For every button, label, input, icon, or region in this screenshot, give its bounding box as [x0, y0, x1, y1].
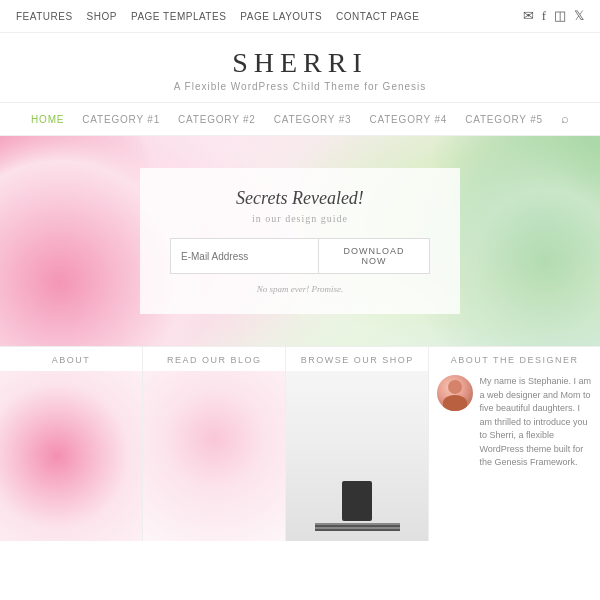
hero-section: Secrets Revealed! in our design guide DO…	[0, 136, 600, 346]
nav-home[interactable]: HOME	[31, 114, 64, 125]
bottom-section: ABOUT READ OUR BLOG BROWSE OUR SHOP ABOU…	[0, 346, 600, 541]
site-tagline: A Flexible WordPress Child Theme for Gen…	[0, 81, 600, 92]
nav-contact-page[interactable]: CONTACT PAGE	[336, 11, 419, 22]
nav-category-2[interactable]: CATEGORY #2	[178, 114, 256, 125]
nav-page-layouts[interactable]: PAGE LAYOUTS	[240, 11, 322, 22]
top-nav-links: FEATURES SHOP PAGE TEMPLATES PAGE LAYOUT…	[16, 11, 419, 22]
site-title: SHERRI	[0, 47, 600, 79]
search-icon[interactable]: ⌕	[561, 111, 569, 127]
about-card: ABOUT	[0, 347, 143, 541]
top-navigation: FEATURES SHOP PAGE TEMPLATES PAGE LAYOUT…	[0, 0, 600, 33]
shop-label: BROWSE OUR SHOP	[286, 347, 428, 371]
instagram-icon[interactable]: ◫	[554, 8, 566, 24]
about-image	[0, 371, 142, 541]
designer-avatar	[437, 375, 473, 411]
twitter-icon[interactable]: 𝕏	[574, 8, 584, 24]
designer-bio: My name is Stephanie. I am a web designe…	[479, 375, 592, 537]
shop-image	[286, 371, 428, 541]
nav-category-4[interactable]: CATEGORY #4	[369, 114, 447, 125]
shop-card: BROWSE OUR SHOP	[286, 347, 429, 541]
about-label: ABOUT	[0, 347, 142, 371]
designer-content: My name is Stephanie. I am a web designe…	[429, 371, 600, 541]
facebook-icon[interactable]: f	[542, 8, 546, 24]
nav-features[interactable]: FEATURES	[16, 11, 73, 22]
email-signup-form: DOWNLOAD NOW	[170, 238, 430, 274]
nav-page-templates[interactable]: PAGE TEMPLATES	[131, 11, 226, 22]
hero-title: Secrets Revealed!	[170, 188, 430, 209]
nav-category-5[interactable]: CATEGORY #5	[465, 114, 543, 125]
hero-subtitle: in our design guide	[170, 213, 430, 224]
nav-shop[interactable]: SHOP	[87, 11, 117, 22]
nav-category-3[interactable]: CATEGORY #3	[274, 114, 352, 125]
main-navigation: HOME CATEGORY #1 CATEGORY #2 CATEGORY #3…	[0, 102, 600, 136]
designer-card: ABOUT THE DESIGNER My name is Stephanie.…	[429, 347, 600, 541]
no-spam-note: No spam ever! Promise.	[170, 284, 430, 294]
site-header: SHERRI A Flexible WordPress Child Theme …	[0, 33, 600, 102]
designer-label: ABOUT THE DESIGNER	[429, 347, 600, 371]
blog-image	[143, 371, 285, 541]
flowers-pink-image	[0, 371, 142, 541]
email-input[interactable]	[171, 239, 318, 273]
download-button[interactable]: DOWNLOAD NOW	[318, 239, 429, 273]
nav-category-1[interactable]: CATEGORY #1	[82, 114, 160, 125]
hero-content-box: Secrets Revealed! in our design guide DO…	[140, 168, 460, 314]
social-icons: ✉ f ◫ 𝕏	[523, 8, 584, 24]
blog-card: READ OUR BLOG	[143, 347, 286, 541]
email-icon[interactable]: ✉	[523, 8, 534, 24]
desk-image	[286, 371, 428, 541]
blog-label: READ OUR BLOG	[143, 347, 285, 371]
flowers-light-image	[143, 371, 285, 541]
